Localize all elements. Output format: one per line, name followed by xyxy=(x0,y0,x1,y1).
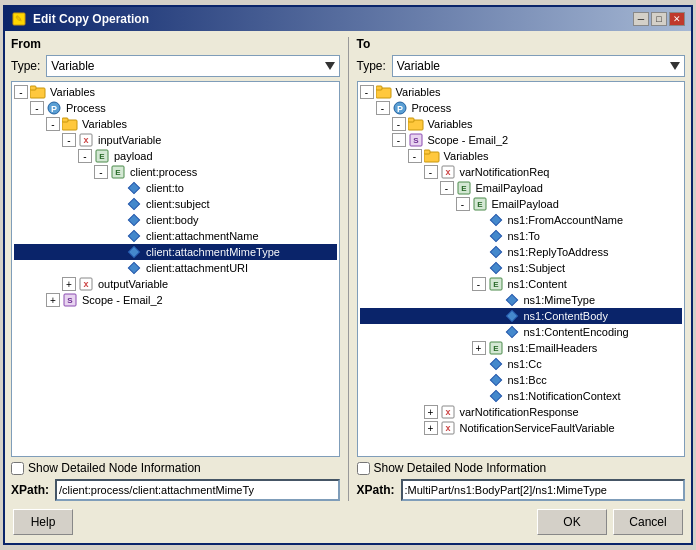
tree-item-clientto[interactable]: client:to xyxy=(14,180,337,196)
tree-item-subject[interactable]: ns1:Subject xyxy=(360,260,683,276)
expand-icon-vars[interactable]: - xyxy=(360,85,374,99)
tree-item-fromAccountName[interactable]: ns1:FromAccountName xyxy=(360,212,683,228)
node-icon-variables2 xyxy=(62,117,78,131)
from-xpath-row: XPath: xyxy=(11,479,340,501)
node-label-contentbody: ns1:ContentBody xyxy=(522,310,610,322)
tree-item-contentbody[interactable]: ns1:ContentBody xyxy=(360,308,683,324)
node-label-replyTo: ns1:ReplyToAddress xyxy=(506,246,611,258)
minimize-button[interactable]: ─ xyxy=(633,12,649,26)
expand-icon-varNotifResp[interactable]: + xyxy=(424,405,438,419)
node-icon-variables3 xyxy=(424,149,440,163)
close-button[interactable]: ✕ xyxy=(669,12,685,26)
node-icon-vars xyxy=(30,85,46,99)
expand-icon-variables3[interactable]: - xyxy=(408,149,422,163)
expand-icon-notifFault[interactable]: + xyxy=(424,421,438,435)
tree-item-notifFault[interactable]: +xNotificationServiceFaultVariable xyxy=(360,420,683,436)
from-xpath-input[interactable] xyxy=(55,479,339,501)
ok-cancel-row: OK Cancel xyxy=(537,509,683,535)
expand-icon-clientprocess[interactable]: - xyxy=(94,165,108,179)
expand-icon-vars[interactable]: - xyxy=(14,85,28,99)
tree-item-process[interactable]: -PProcess xyxy=(14,100,337,116)
tree-item-clientattachuri[interactable]: client:attachmentURI xyxy=(14,260,337,276)
node-icon-bcc xyxy=(488,373,504,387)
svg-rect-18 xyxy=(128,246,139,257)
from-tree[interactable]: -Variables-PProcess-Variables-xinputVari… xyxy=(11,81,340,457)
tree-item-replyTo[interactable]: ns1:ReplyToAddress xyxy=(360,244,683,260)
tree-item-process[interactable]: -PProcess xyxy=(360,100,683,116)
expand-icon-emailPayload[interactable]: - xyxy=(440,181,454,195)
node-label-clientto: client:to xyxy=(144,182,186,194)
tree-item-payload[interactable]: -Epayload xyxy=(14,148,337,164)
expand-icon-variables2[interactable]: - xyxy=(46,117,60,131)
tree-item-scopeEmail[interactable]: +SScope - Email_2 xyxy=(14,292,337,308)
tree-item-bcc[interactable]: ns1:Bcc xyxy=(360,372,683,388)
tree-item-clientattachname[interactable]: client:attachmentName xyxy=(14,228,337,244)
node-label-clientattachuri: client:attachmentURI xyxy=(144,262,250,274)
tree-item-notifcontext[interactable]: ns1:NotificationContext xyxy=(360,388,683,404)
node-icon-emailheaders: E xyxy=(488,341,504,355)
tree-item-vars[interactable]: -Variables xyxy=(14,84,337,100)
svg-rect-33 xyxy=(424,150,430,154)
dialog-title: Edit Copy Operation xyxy=(33,12,149,26)
node-icon-emailPayload: E xyxy=(456,181,472,195)
svg-rect-48 xyxy=(506,326,517,337)
node-icon-outputVar: x xyxy=(78,277,94,291)
ok-button[interactable]: OK xyxy=(537,509,607,535)
tree-item-vars[interactable]: -Variables xyxy=(360,84,683,100)
svg-rect-16 xyxy=(128,214,139,225)
from-type-row: Type: Variable xyxy=(11,55,340,77)
to-type-select[interactable]: Variable xyxy=(392,55,685,77)
dialog: ✎ Edit Copy Operation ─ □ ✕ From Type: V… xyxy=(3,5,693,545)
node-label-clientbody: client:body xyxy=(144,214,201,226)
tree-item-inputVar[interactable]: -xinputVariable xyxy=(14,132,337,148)
tree-item-mimetype[interactable]: ns1:MimeType xyxy=(360,292,683,308)
expand-icon-payload[interactable]: - xyxy=(78,149,92,163)
svg-text:x: x xyxy=(445,167,450,177)
expand-icon-emailPayload2[interactable]: - xyxy=(456,197,470,211)
tree-item-content[interactable]: -Ens1:Content xyxy=(360,276,683,292)
to-xpath-input[interactable] xyxy=(401,479,685,501)
node-icon-content: E xyxy=(488,277,504,291)
expand-icon-variables2[interactable]: - xyxy=(392,117,406,131)
tree-item-variables2[interactable]: -Variables xyxy=(360,116,683,132)
tree-item-clientprocess[interactable]: -Eclient:process xyxy=(14,164,337,180)
to-detail-checkbox[interactable] xyxy=(357,462,370,475)
tree-item-clientsubject[interactable]: client:subject xyxy=(14,196,337,212)
svg-text:x: x xyxy=(83,279,88,289)
expand-icon-process[interactable]: - xyxy=(30,101,44,115)
tree-item-variables3[interactable]: -Variables xyxy=(360,148,683,164)
tree-item-varNotifResp[interactable]: +xvarNotificationResponse xyxy=(360,404,683,420)
expand-icon-content[interactable]: - xyxy=(472,277,486,291)
from-type-select[interactable]: Variable xyxy=(46,55,339,77)
tree-item-outputVar[interactable]: +xoutputVariable xyxy=(14,276,337,292)
expand-icon-process[interactable]: - xyxy=(376,101,390,115)
node-label-emailheaders: ns1:EmailHeaders xyxy=(506,342,600,354)
to-tree[interactable]: -Variables-PProcess-Variables-SScope - E… xyxy=(357,81,686,457)
cancel-button[interactable]: Cancel xyxy=(613,509,683,535)
node-label-process: Process xyxy=(64,102,108,114)
tree-item-contentenc[interactable]: ns1:ContentEncoding xyxy=(360,324,683,340)
expand-icon-varNotifReq[interactable]: - xyxy=(424,165,438,179)
tree-item-emailheaders[interactable]: +Ens1:EmailHeaders xyxy=(360,340,683,356)
svg-rect-47 xyxy=(506,310,517,321)
expand-icon-scopeEmail[interactable]: + xyxy=(46,293,60,307)
tree-item-variables2[interactable]: -Variables xyxy=(14,116,337,132)
expand-icon-scopeEmail2[interactable]: - xyxy=(392,133,406,147)
tree-item-clientattachmime[interactable]: client:attachmentMimeType xyxy=(14,244,337,260)
tree-item-ns1to[interactable]: ns1:To xyxy=(360,228,683,244)
tree-item-clientbody[interactable]: client:body xyxy=(14,212,337,228)
expand-icon-emailheaders[interactable]: + xyxy=(472,341,486,355)
help-button[interactable]: Help xyxy=(13,509,73,535)
tree-item-emailPayload2[interactable]: -EEmailPayload xyxy=(360,196,683,212)
expand-icon-outputVar[interactable]: + xyxy=(62,277,76,291)
expand-icon-inputVar[interactable]: - xyxy=(62,133,76,147)
node-label-scopeEmail2: Scope - Email_2 xyxy=(426,134,511,146)
node-label-variables3: Variables xyxy=(442,150,491,162)
tree-item-cc[interactable]: ns1:Cc xyxy=(360,356,683,372)
tree-item-varNotifReq[interactable]: -xvarNotificationReq xyxy=(360,164,683,180)
tree-item-emailPayload[interactable]: -EEmailPayload xyxy=(360,180,683,196)
tree-item-scopeEmail2[interactable]: -SScope - Email_2 xyxy=(360,132,683,148)
maximize-button[interactable]: □ xyxy=(651,12,667,26)
from-detail-checkbox[interactable] xyxy=(11,462,24,475)
node-icon-scopeEmail: S xyxy=(62,293,78,307)
